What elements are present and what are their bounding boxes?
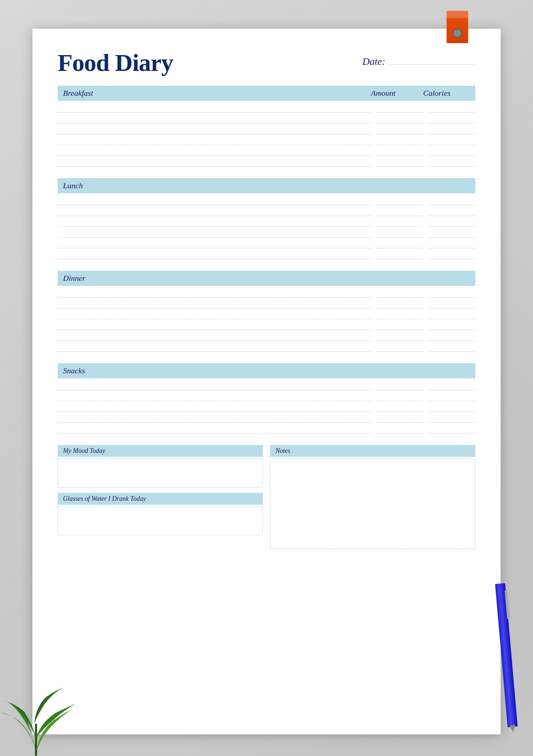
amount-field[interactable] xyxy=(376,380,423,390)
food-name-field[interactable] xyxy=(58,298,371,309)
calories-field[interactable] xyxy=(429,157,475,167)
food-name-field[interactable] xyxy=(58,113,371,123)
amount-field[interactable] xyxy=(376,113,423,123)
bottom-sections: My Mood Today Glasses of Water I Drank T… xyxy=(58,445,475,535)
calories-field[interactable] xyxy=(429,391,475,401)
paper: Food Diary Date: Breakfast Amount Calori… xyxy=(32,29,501,734)
amount-field[interactable] xyxy=(376,157,423,167)
snacks-label: Snacks xyxy=(63,366,85,375)
amount-field[interactable] xyxy=(376,298,423,309)
snacks-rows xyxy=(58,378,475,436)
table-row xyxy=(58,238,475,248)
svg-rect-0 xyxy=(35,724,37,756)
food-name-field[interactable] xyxy=(58,391,371,401)
calories-field[interactable] xyxy=(429,413,475,423)
food-name-field[interactable] xyxy=(58,413,371,423)
amount-field[interactable] xyxy=(376,217,423,227)
mood-input-area[interactable] xyxy=(58,459,263,487)
food-name-field[interactable] xyxy=(58,146,371,156)
food-name-field[interactable] xyxy=(58,135,371,145)
calories-field[interactable] xyxy=(429,288,475,298)
amount-field[interactable] xyxy=(376,195,423,205)
amount-field[interactable] xyxy=(376,320,423,330)
food-name-field[interactable] xyxy=(58,217,371,227)
date-label: Date: xyxy=(362,56,385,67)
amount-field[interactable] xyxy=(376,135,423,145)
amount-field[interactable] xyxy=(376,206,423,216)
amount-field[interactable] xyxy=(376,228,423,238)
table-row xyxy=(58,103,475,113)
amount-field[interactable] xyxy=(376,391,423,401)
calories-field[interactable] xyxy=(429,135,475,145)
table-row xyxy=(58,157,475,167)
amount-field[interactable] xyxy=(376,309,423,319)
amount-field[interactable] xyxy=(376,423,423,433)
calories-field[interactable] xyxy=(429,217,475,227)
calories-field[interactable] xyxy=(429,298,475,309)
amount-field[interactable] xyxy=(376,288,423,298)
lunch-header: Lunch xyxy=(58,178,475,193)
dinner-header: Dinner xyxy=(58,271,475,286)
amount-field[interactable] xyxy=(376,103,423,113)
calories-field[interactable] xyxy=(429,402,475,412)
breakfast-rows xyxy=(58,101,475,169)
table-row xyxy=(58,135,475,145)
calories-col-header: Calories xyxy=(423,89,470,98)
calories-field[interactable] xyxy=(429,342,475,352)
calories-field[interactable] xyxy=(429,309,475,319)
food-name-field[interactable] xyxy=(58,228,371,238)
calories-field[interactable] xyxy=(429,146,475,156)
mood-label: My Mood Today xyxy=(58,445,263,457)
food-name-field[interactable] xyxy=(58,195,371,205)
food-name-field[interactable] xyxy=(58,380,371,390)
amount-field[interactable] xyxy=(376,331,423,341)
amount-field[interactable] xyxy=(376,413,423,423)
food-name-field[interactable] xyxy=(58,103,371,113)
lunch-section: Lunch xyxy=(58,178,475,262)
calories-field[interactable] xyxy=(429,380,475,390)
calories-field[interactable] xyxy=(429,238,475,248)
food-name-field[interactable] xyxy=(58,309,371,319)
header: Food Diary Date: xyxy=(58,50,475,75)
amount-field[interactable] xyxy=(376,402,423,412)
food-name-field[interactable] xyxy=(58,238,371,248)
food-name-field[interactable] xyxy=(58,206,371,216)
water-input-area[interactable] xyxy=(58,507,263,535)
food-name-field[interactable] xyxy=(58,288,371,298)
amount-field[interactable] xyxy=(376,342,423,352)
amount-field[interactable] xyxy=(376,124,423,134)
notes-input-area[interactable] xyxy=(270,459,475,549)
calories-field[interactable] xyxy=(429,320,475,330)
calories-field[interactable] xyxy=(429,206,475,216)
dinner-rows xyxy=(58,286,475,354)
food-name-field[interactable] xyxy=(58,331,371,341)
amount-field[interactable] xyxy=(376,146,423,156)
amount-field[interactable] xyxy=(376,238,423,248)
breakfast-header-row: Breakfast Amount Calories xyxy=(58,86,475,101)
calories-field[interactable] xyxy=(429,228,475,238)
food-name-field[interactable] xyxy=(58,423,371,433)
calories-field[interactable] xyxy=(429,103,475,113)
food-name-field[interactable] xyxy=(58,402,371,412)
calories-field[interactable] xyxy=(429,249,475,259)
calories-field[interactable] xyxy=(429,113,475,123)
food-name-field[interactable] xyxy=(58,249,371,259)
food-name-field[interactable] xyxy=(58,157,371,167)
food-name-field[interactable] xyxy=(58,320,371,330)
table-row xyxy=(58,298,475,309)
table-row xyxy=(58,309,475,319)
food-name-field[interactable] xyxy=(58,124,371,134)
calories-field[interactable] xyxy=(429,195,475,205)
calories-field[interactable] xyxy=(429,423,475,433)
page-title: Food Diary xyxy=(58,50,173,75)
food-name-field[interactable] xyxy=(58,342,371,352)
water-label: Glasses of Water I Drank Today xyxy=(58,493,263,505)
calories-field[interactable] xyxy=(429,124,475,134)
amount-field[interactable] xyxy=(376,249,423,259)
table-row xyxy=(58,288,475,298)
table-row xyxy=(58,249,475,259)
lunch-rows xyxy=(58,193,475,262)
calories-field[interactable] xyxy=(429,331,475,341)
date-input-line[interactable] xyxy=(389,64,475,65)
notes-section: Notes xyxy=(270,445,475,535)
